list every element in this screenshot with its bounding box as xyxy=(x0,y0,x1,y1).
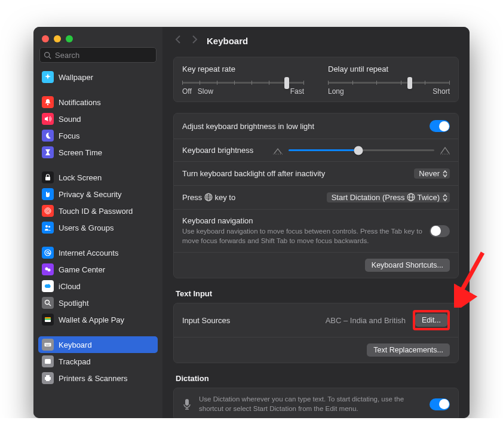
sidebar-item-wallpaper[interactable]: Wallpaper xyxy=(38,69,158,85)
sidebar-item-label: Trackpad xyxy=(59,357,91,366)
back-button[interactable] xyxy=(173,34,183,47)
moon-icon xyxy=(42,130,54,142)
globe-icon xyxy=(407,193,415,201)
sidebar-item-trackpad[interactable]: Trackpad xyxy=(38,353,158,370)
forward-button[interactable] xyxy=(190,34,200,47)
maximize-window[interactable] xyxy=(66,35,73,42)
svg-rect-19 xyxy=(45,344,46,345)
sidebar-item-sound[interactable]: Sound xyxy=(38,111,158,127)
sidebar-item-label: Wallet & Apple Pay xyxy=(59,315,124,324)
keyboard-nav-toggle[interactable] xyxy=(430,225,450,237)
sidebar-item-label: Focus xyxy=(59,131,79,140)
search-input[interactable] xyxy=(55,51,152,60)
keyboard-brightness-label: Keyboard brightness xyxy=(182,146,266,155)
press-globe-select[interactable]: Start Dictation (Press Twice) xyxy=(327,192,450,202)
sidebar-item-privacy-security[interactable]: Privacy & Security xyxy=(38,186,158,202)
sidebar-item-label: Printers & Scanners xyxy=(59,374,128,383)
hourglass-icon xyxy=(42,146,54,158)
content-header: Keyboard xyxy=(162,27,470,53)
sidebar-item-label: Keyboard xyxy=(59,340,92,349)
dictation-toggle[interactable] xyxy=(430,398,450,410)
svg-point-10 xyxy=(47,251,49,254)
sidebar-item-label: Users & Groups xyxy=(59,223,114,232)
hand-icon xyxy=(42,188,54,200)
chevron-up-down-icon xyxy=(443,170,447,177)
input-sources-label: Input Sources xyxy=(182,316,230,325)
sidebar-item-wallet-apple-pay[interactable]: Wallet & Apple Pay xyxy=(38,311,158,328)
finger-icon xyxy=(42,205,54,217)
svg-rect-38 xyxy=(185,399,189,406)
sidebar-item-label: Notifications xyxy=(59,98,101,107)
content-scroll[interactable]: Key repeat rate OffSlow Fast Delay xyxy=(162,53,470,418)
backlight-off-select[interactable]: Never xyxy=(414,168,450,179)
sidebar-item-screen-time[interactable]: Screen Time xyxy=(38,144,158,161)
cloud-icon xyxy=(42,280,54,292)
page-title: Keyboard xyxy=(207,36,248,46)
search-icon xyxy=(42,297,54,309)
sidebar-item-internet-accounts[interactable]: Internet Accounts xyxy=(38,244,158,261)
search-container xyxy=(33,47,162,69)
content-pane: Keyboard Key repeat rate OffSlow xyxy=(162,27,470,418)
svg-point-6 xyxy=(47,210,48,211)
svg-rect-24 xyxy=(45,359,51,364)
sidebar-item-users-groups[interactable]: Users & Groups xyxy=(38,219,158,236)
sidebar-item-game-center[interactable]: Game Center xyxy=(38,261,158,278)
text-input-title: Text Input xyxy=(176,289,456,298)
search-field[interactable] xyxy=(39,47,157,63)
close-window[interactable] xyxy=(42,35,49,42)
keyboard-brightness-slider[interactable] xyxy=(273,146,450,155)
svg-point-13 xyxy=(45,300,50,305)
sidebar-item-notifications[interactable]: Notifications xyxy=(38,94,158,111)
brightness-low-icon xyxy=(273,146,283,155)
at-icon xyxy=(42,247,54,259)
keyboard-shortcuts-button[interactable]: Keyboard Shortcuts... xyxy=(365,259,450,272)
sidebar-item-label: Privacy & Security xyxy=(59,190,121,199)
text-input-panel: Input Sources ABC – India and British Ed… xyxy=(173,303,459,363)
trackpad-icon xyxy=(42,355,54,367)
input-sources-value: ABC – India and British xyxy=(326,316,406,325)
svg-rect-26 xyxy=(46,375,50,377)
sidebar-item-icloud[interactable]: iCloud xyxy=(38,278,158,294)
sidebar-item-spotlight[interactable]: Spotlight xyxy=(38,294,158,311)
sidebar-item-label: Internet Accounts xyxy=(59,248,118,257)
sidebar-item-printers-scanners[interactable]: Printers & Scanners xyxy=(38,370,158,386)
key-repeat-panel: Key repeat rate OffSlow Fast Delay xyxy=(173,57,459,102)
auto-brightness-toggle[interactable] xyxy=(430,120,450,132)
svg-point-7 xyxy=(45,225,48,228)
backlight-off-label: Turn keyboard backlight off after inacti… xyxy=(182,169,407,178)
users-icon xyxy=(42,222,54,234)
keyboard-nav-label: Keyboard navigation xyxy=(182,216,422,225)
keyboard-nav-help: Use keyboard navigation to move focus be… xyxy=(182,227,422,246)
sidebar-item-focus[interactable]: Focus xyxy=(38,127,158,144)
speaker-icon xyxy=(42,113,54,125)
chevron-up-down-icon xyxy=(443,194,447,201)
annotation-highlight: Edit... xyxy=(413,310,450,330)
sidebar-item-label: Sound xyxy=(59,115,81,124)
svg-line-14 xyxy=(49,304,51,306)
sidebar-item-label: Touch ID & Password xyxy=(59,207,133,216)
sidebar-item-keyboard[interactable]: Keyboard xyxy=(38,336,158,353)
sidebar-nav: WallpaperNotificationsSoundFocusScreen T… xyxy=(33,69,162,392)
text-replacements-button[interactable]: Text Replacements... xyxy=(367,343,450,357)
minimize-window[interactable] xyxy=(54,35,61,42)
delay-until-repeat-slider[interactable] xyxy=(328,82,450,84)
svg-point-2 xyxy=(47,104,48,105)
wallet-icon xyxy=(42,314,54,326)
svg-rect-20 xyxy=(47,344,47,345)
sidebar-item-touch-id-password[interactable]: Touch ID & Password xyxy=(38,202,158,219)
svg-rect-23 xyxy=(46,345,50,346)
svg-rect-27 xyxy=(46,379,50,381)
bell-icon xyxy=(42,96,54,108)
game-icon xyxy=(42,263,54,275)
dictation-panel: Use Dictation wherever you can type text… xyxy=(173,388,459,418)
key-repeat-rate-slider[interactable] xyxy=(182,82,304,84)
edit-input-sources-button[interactable]: Edit... xyxy=(415,314,447,327)
sidebar-item-label: Game Center xyxy=(59,265,105,274)
lock-icon xyxy=(42,171,54,183)
svg-point-12 xyxy=(48,269,51,272)
sidebar-item-lock-screen[interactable]: Lock Screen xyxy=(38,169,158,186)
brightness-high-icon xyxy=(440,146,450,155)
globe-icon xyxy=(204,193,213,201)
svg-point-8 xyxy=(48,226,50,228)
system-settings-window: WallpaperNotificationsSoundFocusScreen T… xyxy=(33,27,470,418)
